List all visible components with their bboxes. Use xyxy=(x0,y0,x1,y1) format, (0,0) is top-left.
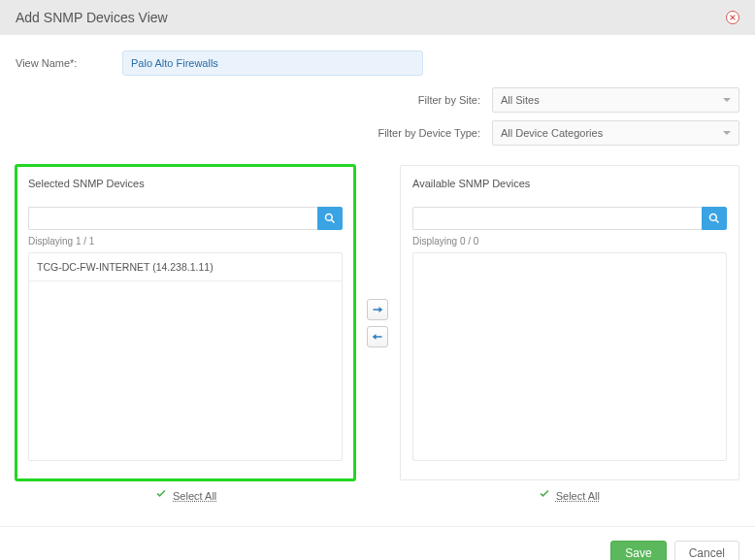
filter-site-label: Filter by Site: xyxy=(418,94,480,106)
transfer-buttons xyxy=(355,165,400,480)
svg-point-2 xyxy=(326,214,333,221)
view-name-input[interactable] xyxy=(122,50,423,76)
selected-displaying-text: Displaying 1 / 1 xyxy=(28,236,343,247)
dialog-header: Add SNMP Devices View xyxy=(0,0,755,35)
selected-list-box: TCG-DC-FW-INTERNET (14.238.1.11) xyxy=(28,252,343,461)
check-icon xyxy=(155,488,167,503)
device-lists-area: Selected SNMP Devices Displaying 1 / 1 T… xyxy=(0,165,755,480)
arrow-right-icon xyxy=(372,304,383,315)
arrow-left-icon xyxy=(372,331,383,343)
selected-search-row xyxy=(28,207,343,230)
select-all-row: Select All Select All xyxy=(0,480,755,526)
filters-area: Filter by Site: All Sites Filter by Devi… xyxy=(0,83,755,165)
svg-line-3 xyxy=(332,220,335,223)
selected-search-input[interactable] xyxy=(28,207,317,230)
filter-site-row: Filter by Site: All Sites xyxy=(16,87,739,113)
selected-select-all: Select All xyxy=(16,488,356,503)
filter-type-select[interactable]: All Device Categories xyxy=(492,120,739,146)
move-left-button[interactable] xyxy=(367,326,388,347)
search-icon xyxy=(324,213,336,224)
available-search-button[interactable] xyxy=(702,207,727,230)
available-list-box xyxy=(412,252,727,461)
filter-type-row: Filter by Device Type: All Device Catego… xyxy=(16,120,739,146)
dialog-footer: Save Cancel xyxy=(0,526,755,560)
svg-line-5 xyxy=(716,220,719,223)
selected-search-button[interactable] xyxy=(317,207,343,230)
filter-site-select[interactable]: All Sites xyxy=(492,87,739,113)
view-name-row: View Name*: xyxy=(0,35,755,83)
available-select-all-link[interactable]: Select All xyxy=(556,490,600,502)
move-right-button[interactable] xyxy=(367,299,388,320)
check-icon xyxy=(539,488,550,503)
chevron-down-icon xyxy=(723,98,731,102)
available-select-all: Select All xyxy=(399,488,739,503)
dialog-title: Add SNMP Devices View xyxy=(16,10,168,25)
available-devices-panel: Available SNMP Devices Displaying 0 / 0 xyxy=(400,165,739,480)
svg-point-4 xyxy=(710,214,717,221)
list-item[interactable]: TCG-DC-FW-INTERNET (14.238.1.11) xyxy=(29,253,342,281)
available-search-row xyxy=(412,207,727,230)
selected-devices-panel: Selected SNMP Devices Displaying 1 / 1 T… xyxy=(16,165,355,480)
available-search-input[interactable] xyxy=(412,207,702,230)
close-button[interactable] xyxy=(726,11,739,24)
cancel-button[interactable]: Cancel xyxy=(674,541,739,560)
chevron-down-icon xyxy=(723,131,731,135)
search-icon xyxy=(708,213,720,224)
available-displaying-text: Displaying 0 / 0 xyxy=(412,236,727,247)
filter-type-value: All Device Categories xyxy=(501,127,603,139)
view-name-label: View Name*: xyxy=(16,57,122,69)
filter-type-label: Filter by Device Type: xyxy=(378,127,480,139)
close-icon xyxy=(729,14,737,21)
filter-site-value: All Sites xyxy=(501,94,540,106)
save-button[interactable]: Save xyxy=(610,541,666,560)
selected-select-all-link[interactable]: Select All xyxy=(173,490,216,502)
selected-panel-title: Selected SNMP Devices xyxy=(28,178,343,189)
available-panel-title: Available SNMP Devices xyxy=(412,178,727,189)
